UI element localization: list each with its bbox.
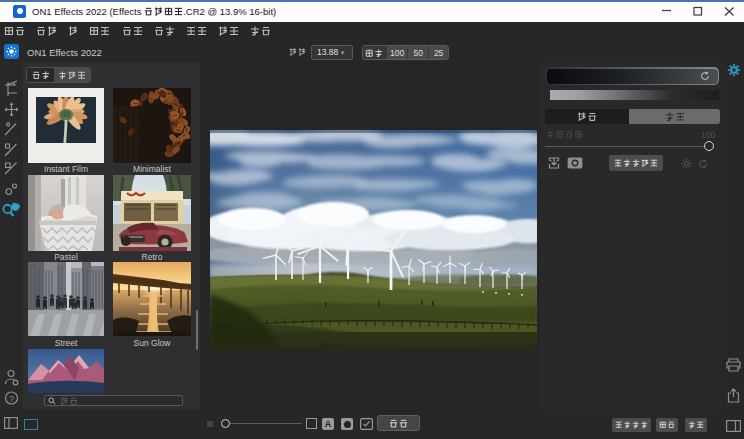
svg-text:?: ? xyxy=(9,394,14,404)
